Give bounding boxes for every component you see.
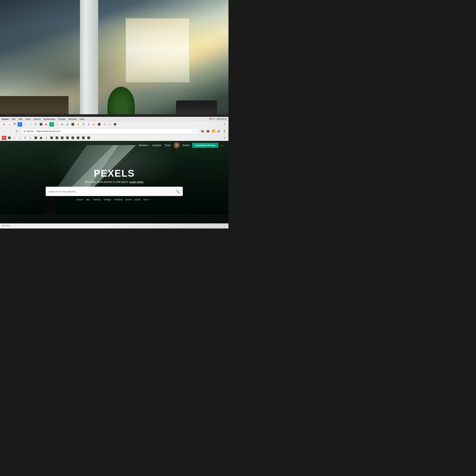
ext2-close[interactable]: ✕ [222, 136, 227, 140]
menu-people[interactable]: People [58, 118, 65, 120]
ext2-11[interactable]: ⬛ [55, 136, 59, 140]
search-tag-blur[interactable]: blur [86, 198, 90, 201]
more-options-button[interactable]: ⋯ [221, 143, 224, 147]
back-button[interactable]: ‹ [2, 129, 7, 134]
pexels-navbar: Browse ▾ License Tools D Daniel Contribu… [0, 141, 228, 150]
pexels-website: Browse ▾ License Tools D Daniel Contribu… [0, 141, 228, 227]
battery-indicator: 100 % [209, 118, 215, 120]
ext-icon-8[interactable]: ⬜ [55, 122, 59, 126]
tab-close-btn[interactable]: ✕ [222, 122, 227, 126]
ext-icon-6[interactable]: ▶ [44, 122, 49, 126]
background-windows [126, 18, 189, 82]
ext-icon-7[interactable]: E [49, 122, 54, 126]
gmail-icon[interactable]: M [2, 122, 6, 126]
license-nav-link[interactable]: License [153, 144, 161, 147]
pexels-nav-right: D Daniel Contribute Photos ⋯ [174, 142, 224, 148]
user-avatar[interactable]: D [174, 142, 180, 148]
ext2-7[interactable]: ⬛ [34, 136, 38, 140]
browse-nav-link[interactable]: Browse ▾ [139, 144, 149, 147]
ext-icon-19[interactable]: ⚫ [113, 122, 118, 126]
pexels-nav-left: Browse ▾ License Tools [4, 144, 170, 147]
menu-window[interactable]: Window [68, 118, 77, 120]
menu-help[interactable]: Help [80, 118, 85, 120]
menu-edit[interactable]: Edit [18, 118, 22, 120]
browse-dropdown-icon: ▾ [148, 144, 149, 146]
second-toolbar: P ⬛ ▷ ⬜ ☰ A ⬛ ⬤ N ⬛ ⬛ ⬛ ⬛ ⬛ ⬛ ⬛ ⬛ ✕ [0, 135, 228, 141]
menu-history[interactable]: History [34, 118, 41, 120]
browser-window: hrome File Edit View History Bookmarks P… [0, 117, 228, 228]
search-tag-house[interactable]: house [77, 198, 83, 201]
ext-icon-4[interactable]: P [34, 122, 38, 126]
menu-file[interactable]: File [12, 118, 16, 120]
ext-icon-5[interactable]: ⬛ [39, 122, 43, 126]
search-tag-training[interactable]: training [93, 198, 101, 201]
secure-label: Secure [26, 130, 34, 133]
ext2-16[interactable]: ⬛ [81, 136, 86, 140]
ext-icon-17[interactable]: M [102, 122, 107, 126]
ext-icon-10[interactable]: M [65, 122, 70, 126]
menu-bookmarks[interactable]: Bookmarks [44, 118, 55, 120]
battery-ext-icon[interactable]: 🔋 [222, 129, 227, 134]
contribute-photos-button[interactable]: Contribute Photos [192, 143, 218, 148]
pillar-element [80, 0, 98, 126]
ext2-3[interactable]: ▷ [12, 136, 17, 140]
menubar-left: hrome File Edit View History Bookmarks P… [2, 118, 206, 120]
ext2-1[interactable]: P [2, 136, 6, 140]
ext-icon-11[interactable]: ⬛ [70, 122, 75, 126]
sound-icon[interactable]: 🔊 [217, 129, 221, 134]
search-icon[interactable]: 🔍 [176, 189, 180, 193]
pexels-search-bar[interactable]: 🔍 [46, 187, 183, 196]
ext-icon-1[interactable]: 20 [17, 122, 22, 126]
dropbox-icon[interactable]: 📦 [200, 129, 205, 134]
search-tag-meeting[interactable]: meeting [114, 198, 122, 201]
ext2-17[interactable]: ⬛ [86, 136, 91, 140]
reader-icon[interactable]: ≡ [195, 130, 197, 133]
status-text: Searches [2, 224, 10, 227]
learn-more-link[interactable]: Learn more [130, 180, 143, 183]
wifi-icon[interactable]: 📶 [211, 129, 216, 134]
ext-icon-3[interactable]: ◯ [28, 122, 33, 126]
ext2-5[interactable]: ☰ [23, 136, 28, 140]
ext2-15[interactable]: ⬛ [76, 136, 80, 140]
search-tag-vintage[interactable]: vintage [104, 198, 111, 201]
os-menubar: hrome File Edit View History Bookmarks P… [0, 117, 228, 121]
ext-icon-13[interactable]: ☰ [81, 122, 86, 126]
ext-icon-2[interactable]: ⚪ [23, 122, 28, 126]
ext2-4[interactable]: ⬜ [17, 136, 22, 140]
menu-view[interactable]: View [25, 118, 31, 120]
search-tag-wood[interactable]: wood [135, 198, 140, 201]
monitor-bezel [0, 114, 228, 117]
browser-status-bar: Searches [0, 223, 228, 227]
forward-button[interactable]: › [8, 129, 13, 134]
bookmark-star[interactable]: ☆ [192, 130, 194, 133]
ext-icon-18[interactable]: ⬜ [107, 122, 112, 126]
secure-icon: 🔒 [23, 130, 26, 132]
ext-icon-12[interactable]: ◆ [76, 122, 80, 126]
calendar-icon[interactable]: 📅 [12, 122, 17, 126]
ext2-6[interactable]: A [28, 136, 33, 140]
ext-icon-16[interactable]: ⬛ [97, 122, 102, 126]
google-drive-icon[interactable]: ▲ [7, 122, 12, 126]
ext2-9[interactable]: N [44, 136, 49, 140]
chrome-icon[interactable]: ⬤ [206, 129, 210, 134]
address-bar: ‹ › ↻ 🔒 Secure https://www.pexels.com ☆ … [0, 127, 228, 135]
ext2-13[interactable]: ⬛ [65, 136, 70, 140]
menubar-right: 100 % Wed 16:15 [209, 118, 227, 120]
reload-button[interactable]: ↻ [14, 129, 19, 134]
ext2-2[interactable]: ⬛ [7, 136, 12, 140]
tools-nav-link[interactable]: Tools [165, 144, 170, 147]
ext2-12[interactable]: ⬛ [60, 136, 65, 140]
ext-icon-9[interactable]: M [60, 122, 65, 126]
search-tag-phone[interactable]: phone [125, 198, 132, 201]
ext2-8[interactable]: ⬤ [39, 136, 43, 140]
ext-icon-15[interactable]: A [92, 122, 96, 126]
url-display: https://www.pexels.com [36, 130, 61, 133]
url-bar[interactable]: 🔒 Secure https://www.pexels.com ☆ ≡ [21, 128, 199, 134]
app-name: hrome [2, 118, 9, 120]
search-input[interactable] [49, 190, 174, 193]
user-name-label: Daniel [182, 144, 189, 147]
ext2-10[interactable]: ⬛ [49, 136, 54, 140]
ext2-14[interactable]: ⬛ [70, 136, 75, 140]
search-tags-more[interactable]: more → [143, 198, 152, 201]
ext-icon-14[interactable]: A [86, 122, 91, 126]
